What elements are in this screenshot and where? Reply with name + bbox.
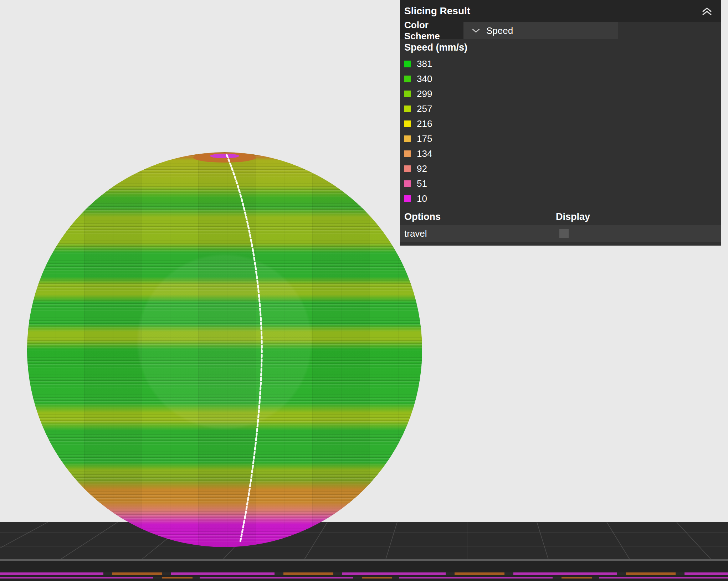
sliced-model-sphere[interactable] (27, 152, 422, 547)
purge-lines-row-2 (0, 577, 728, 579)
legend-color-swatch (404, 135, 411, 142)
legend-value: 92 (417, 163, 427, 174)
color-scheme-select[interactable]: Speed (463, 22, 618, 39)
panel-title: Slicing Result (404, 5, 470, 17)
legend-value: 216 (417, 118, 432, 129)
legend-item: 10 (400, 191, 721, 206)
legend-item: 216 (400, 116, 721, 131)
legend-value: 381 (417, 58, 432, 70)
color-scheme-label: Color Scheme (400, 22, 463, 39)
chevron-double-up-icon (702, 6, 712, 16)
travel-option-row: travel (400, 225, 721, 242)
legend-item: 92 (400, 161, 721, 176)
display-header: Display (556, 211, 590, 222)
legend-value: 299 (417, 88, 432, 99)
legend-value: 134 (417, 148, 432, 159)
legend-item: 340 (400, 71, 721, 86)
options-header-row: Options Display (400, 208, 721, 225)
legend-item: 381 (400, 56, 721, 71)
legend-value: 340 (417, 73, 432, 84)
legend-color-swatch (404, 76, 411, 82)
legend-item: 257 (400, 101, 721, 116)
travel-checkbox[interactable] (559, 229, 569, 238)
color-scheme-value: Speed (486, 25, 513, 36)
legend-title: Speed (mm/s) (400, 39, 721, 56)
legend-item: 175 (400, 131, 721, 146)
legend-color-swatch (404, 150, 411, 157)
legend-color-swatch (404, 106, 411, 112)
legend-item: 51 (400, 176, 721, 191)
legend-value: 10 (417, 193, 427, 204)
legend-value: 175 (417, 133, 432, 144)
legend-value: 257 (417, 103, 432, 114)
legend-color-swatch (404, 91, 411, 97)
options-header: Options (404, 211, 556, 222)
legend-color-swatch (404, 195, 411, 202)
legend-color-swatch (404, 180, 411, 187)
collapse-panel-button[interactable] (701, 6, 713, 16)
legend-color-swatch (404, 61, 411, 67)
seam-line (27, 152, 422, 547)
speed-legend: 381340299257216175134925110 (400, 56, 721, 208)
purge-lines-row-1 (0, 572, 728, 575)
legend-color-swatch (404, 165, 411, 172)
color-scheme-row: Color Scheme Speed (400, 22, 721, 39)
chevron-down-icon (472, 29, 480, 33)
legend-item: 299 (400, 86, 721, 101)
legend-value: 51 (417, 178, 427, 189)
panel-title-bar: Slicing Result (400, 0, 721, 22)
legend-item: 134 (400, 146, 721, 161)
slicing-result-panel: Slicing Result Color Scheme Speed Speed … (400, 0, 721, 246)
travel-option-label: travel (404, 228, 556, 239)
viewport-3d[interactable]: Slicing Result Color Scheme Speed Speed … (0, 0, 728, 581)
legend-color-swatch (404, 120, 411, 127)
